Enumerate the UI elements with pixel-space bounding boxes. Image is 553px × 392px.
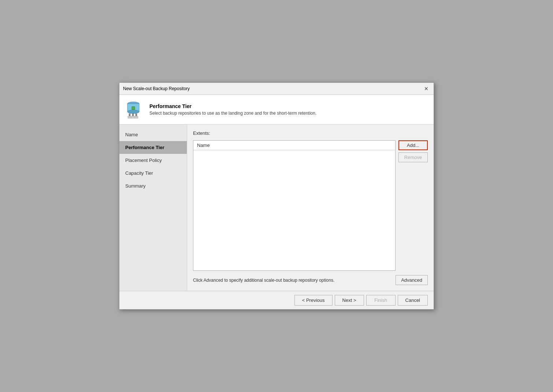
extents-label: Extents:: [193, 130, 428, 136]
header-subtitle: Select backup repositories to use as the…: [149, 111, 316, 116]
sidebar-item-name[interactable]: Name: [119, 128, 187, 141]
advanced-note: Click Advanced to specify additional sca…: [193, 278, 334, 283]
sidebar-item-placement-policy[interactable]: Placement Policy: [119, 154, 187, 167]
main-content: Extents: Name Add... Remove Click Advanc…: [187, 125, 434, 291]
add-button[interactable]: Add...: [398, 140, 428, 150]
footer: < Previous Next > Finish Cancel: [119, 291, 434, 309]
sidebar-item-capacity-tier[interactable]: Capacity Tier: [119, 167, 187, 180]
svg-rect-7: [128, 116, 131, 118]
header-title: Performance Tier: [149, 103, 316, 109]
sidebar-item-summary[interactable]: Summary: [119, 180, 187, 192]
previous-button[interactable]: < Previous: [294, 295, 333, 306]
svg-rect-8: [131, 116, 135, 118]
performance-tier-icon: [125, 100, 144, 119]
next-button[interactable]: Next >: [335, 295, 364, 306]
sidebar-item-performance-tier[interactable]: Performance Tier: [119, 141, 187, 154]
body-area: Name Performance Tier Placement Policy C…: [119, 125, 434, 291]
button-column: Add... Remove: [398, 140, 428, 271]
remove-button[interactable]: Remove: [398, 152, 428, 162]
title-bar: New Scale-out Backup Repository ✕: [119, 83, 434, 95]
extents-table-header: Name: [193, 141, 395, 150]
cancel-button[interactable]: Cancel: [398, 295, 428, 306]
advanced-area: Click Advanced to specify additional sca…: [193, 275, 428, 285]
svg-point-2: [127, 110, 139, 114]
svg-rect-9: [134, 116, 138, 118]
svg-rect-3: [132, 107, 135, 110]
dialog: New Scale-out Backup Repository ✕: [119, 82, 434, 310]
header-area: Performance Tier Select backup repositor…: [119, 95, 434, 125]
dialog-title: New Scale-out Backup Repository: [123, 86, 190, 91]
finish-button[interactable]: Finish: [366, 295, 396, 306]
extents-area: Name Add... Remove: [193, 140, 428, 271]
advanced-button[interactable]: Advanced: [396, 275, 428, 285]
sidebar: Name Performance Tier Placement Policy C…: [119, 125, 187, 291]
close-button[interactable]: ✕: [423, 85, 430, 92]
extents-table: Name: [193, 140, 396, 271]
header-text: Performance Tier Select backup repositor…: [149, 103, 316, 116]
